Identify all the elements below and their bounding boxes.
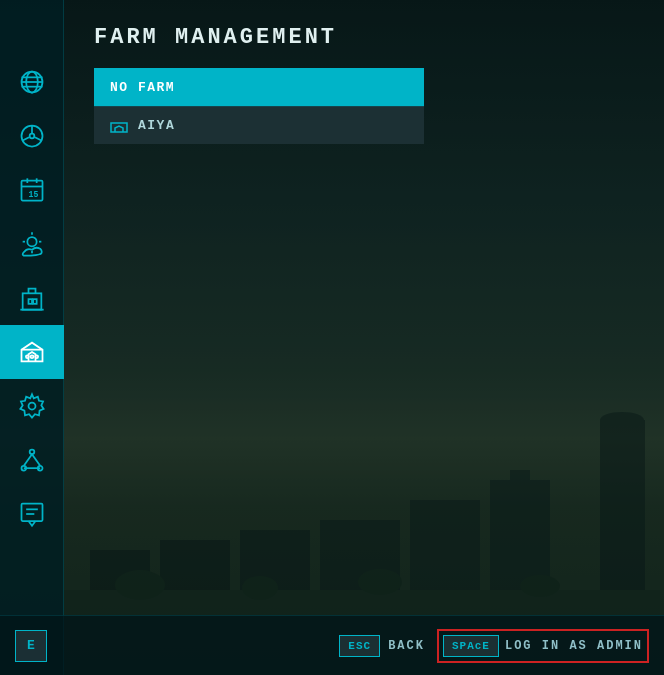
building-icon xyxy=(18,284,46,312)
page-title: FARM MANAGEMENT xyxy=(94,25,634,50)
svg-line-46 xyxy=(32,454,40,466)
svg-rect-51 xyxy=(111,123,127,132)
sidebar-item-weather[interactable] xyxy=(0,217,64,271)
farm-list: NO FARM Aiya xyxy=(94,68,424,144)
main-content: FARM MANAGEMENT NO FARM Aiya xyxy=(64,0,664,675)
svg-point-42 xyxy=(29,450,34,455)
svg-text:15: 15 xyxy=(28,190,38,199)
sidebar-item-farm[interactable] xyxy=(0,325,64,379)
weather-icon xyxy=(18,230,46,258)
back-button[interactable]: ESC BACK xyxy=(339,635,425,657)
svg-point-20 xyxy=(29,134,34,139)
svg-point-39 xyxy=(30,355,33,358)
bottom-bar: E ESC BACK SPAcE LOG IN AS ADMIN xyxy=(0,615,664,675)
svg-line-23 xyxy=(34,137,41,141)
esc-key-cap: ESC xyxy=(339,635,380,657)
farm-list-item-aiya[interactable]: Aiya xyxy=(94,106,424,144)
sidebar-item-help[interactable] xyxy=(0,487,64,541)
svg-line-22 xyxy=(22,137,29,141)
sidebar-item-steering[interactable] xyxy=(0,109,64,163)
svg-rect-36 xyxy=(33,299,36,304)
farm-small-icon xyxy=(110,119,128,133)
calendar-icon: 15 xyxy=(18,176,46,204)
e-key-cap[interactable]: E xyxy=(15,630,47,662)
farm-icon xyxy=(18,338,46,366)
farm-list-item-no-farm[interactable]: NO FARM xyxy=(94,68,424,106)
sidebar-item-building[interactable] xyxy=(0,271,64,325)
settings-icon xyxy=(18,392,46,420)
space-key-cap: SPAcE xyxy=(443,635,499,657)
svg-point-41 xyxy=(28,403,35,410)
login-admin-label: LOG IN AS ADMIN xyxy=(505,639,643,653)
network-icon xyxy=(18,446,46,474)
e-key-label: E xyxy=(27,638,35,653)
aiya-label: Aiya xyxy=(138,118,175,133)
no-farm-label: NO FARM xyxy=(110,80,175,95)
svg-rect-48 xyxy=(21,504,42,522)
sidebar-item-globe[interactable] xyxy=(0,55,64,109)
svg-rect-35 xyxy=(28,299,32,304)
farm-entry-icon xyxy=(110,119,128,133)
svg-point-38 xyxy=(25,355,28,358)
help-icon xyxy=(18,500,46,528)
sidebar-item-settings[interactable] xyxy=(0,379,64,433)
globe-icon xyxy=(18,68,46,96)
steering-icon xyxy=(18,122,46,150)
svg-point-40 xyxy=(35,355,38,358)
sidebar-item-network[interactable] xyxy=(0,433,64,487)
svg-line-45 xyxy=(23,454,31,466)
svg-point-29 xyxy=(27,237,36,246)
sidebar-item-calendar[interactable]: 15 xyxy=(0,163,64,217)
back-label: BACK xyxy=(388,639,425,653)
login-as-admin-button[interactable]: SPAcE LOG IN AS ADMIN xyxy=(437,629,649,663)
sidebar: 15 xyxy=(0,0,64,675)
